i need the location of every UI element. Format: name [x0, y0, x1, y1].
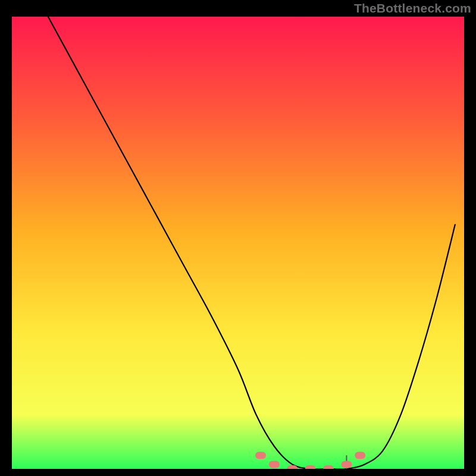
gradient-bg	[12, 17, 464, 469]
marker-dot	[355, 452, 365, 459]
marker-dot	[341, 461, 352, 468]
bottleneck-chart	[12, 17, 464, 469]
marker-dot	[269, 461, 280, 468]
plot-area	[12, 17, 464, 469]
chart-frame: TheBottleneck.com	[0, 0, 476, 476]
watermark-text: TheBottleneck.com	[354, 1, 471, 15]
marker-dot	[255, 452, 266, 459]
